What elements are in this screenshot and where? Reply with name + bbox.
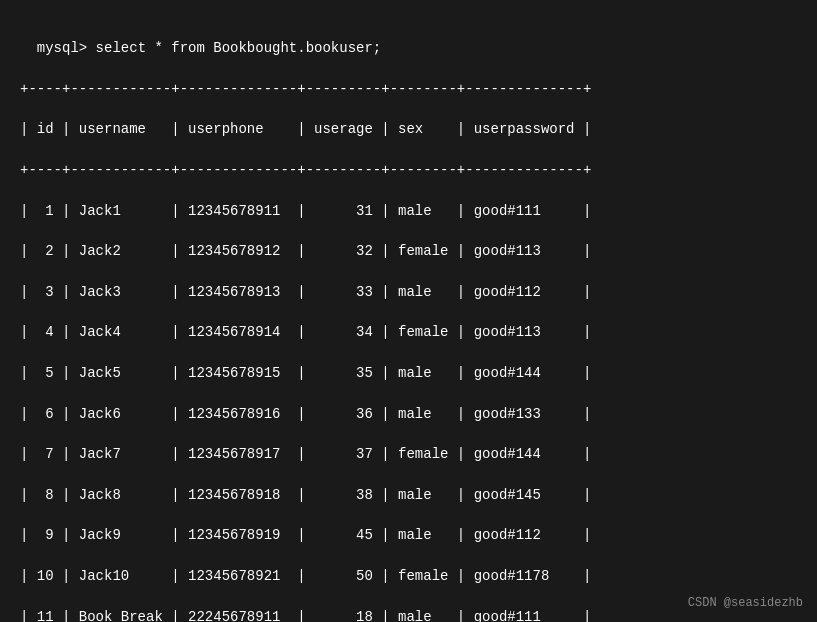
table-row-6: | 7 | Jack7 | 12345678917 | 37 | female … bbox=[20, 446, 591, 462]
separator-top: +----+------------+--------------+------… bbox=[20, 81, 591, 97]
table-header: | id | username | userphone | userage | … bbox=[20, 121, 591, 137]
watermark: CSDN @seasidezhb bbox=[688, 596, 803, 610]
table-row-10: | 11 | Book Break | 22245678911 | 18 | m… bbox=[20, 609, 591, 622]
table-row-4: | 5 | Jack5 | 12345678915 | 35 | male | … bbox=[20, 365, 591, 381]
table-row-9: | 10 | Jack10 | 12345678921 | 50 | femal… bbox=[20, 568, 591, 584]
terminal-window: mysql> select * from Bookbought.bookuser… bbox=[10, 10, 807, 622]
table-row-3: | 4 | Jack4 | 12345678914 | 34 | female … bbox=[20, 324, 591, 340]
table-row-5: | 6 | Jack6 | 12345678916 | 36 | male | … bbox=[20, 406, 591, 422]
table-row-0: | 1 | Jack1 | 12345678911 | 31 | male | … bbox=[20, 203, 591, 219]
prompt-command: mysql> select * from Bookbought.bookuser… bbox=[37, 40, 381, 56]
separator-mid: +----+------------+--------------+------… bbox=[20, 162, 591, 178]
table-row-1: | 2 | Jack2 | 12345678912 | 32 | female … bbox=[20, 243, 591, 259]
table-row-7: | 8 | Jack8 | 12345678918 | 38 | male | … bbox=[20, 487, 591, 503]
table-row-8: | 9 | Jack9 | 12345678919 | 45 | male | … bbox=[20, 527, 591, 543]
table-row-2: | 3 | Jack3 | 12345678913 | 33 | male | … bbox=[20, 284, 591, 300]
